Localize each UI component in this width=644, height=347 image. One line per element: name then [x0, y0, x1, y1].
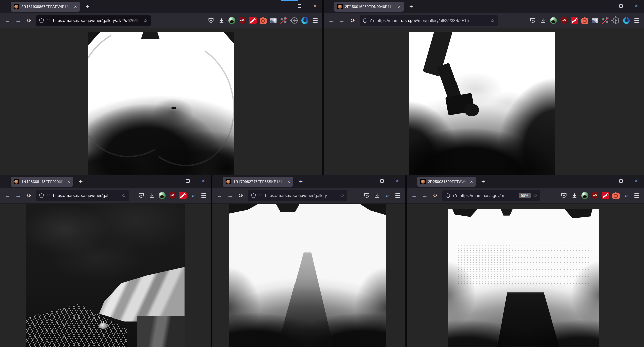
ublock-origin-icon[interactable]: uO [167, 191, 177, 201]
bookmark-star-icon[interactable]: ☆ [143, 18, 148, 24]
download-icon[interactable] [216, 16, 226, 26]
browser-tab[interactable]: 1R170982747EFF55SKP1314L0M1 ✕ [223, 177, 293, 187]
back-button[interactable]: ← [214, 190, 225, 201]
lock-icon[interactable] [46, 193, 51, 198]
close-button[interactable]: ✕ [196, 175, 211, 187]
tab-close-icon[interactable]: ✕ [67, 180, 70, 184]
back-button[interactable]: ← [326, 15, 336, 26]
maximize-button[interactable] [291, 0, 307, 12]
close-button[interactable]: ✕ [629, 175, 644, 187]
shield-icon[interactable] [39, 18, 44, 23]
maximize-button[interactable] [613, 175, 629, 187]
back-button[interactable]: ← [2, 15, 13, 26]
browser-tab[interactable]: 2R250031399EFFAWV4P1312L0M1 ✕ [417, 177, 476, 187]
maximize-button[interactable] [613, 0, 629, 12]
bookmark-star-icon[interactable]: ☆ [533, 193, 537, 199]
browser-tab[interactable]: 1N128368143EFF0200P1512R0M1 ✕ [11, 177, 73, 187]
url-bar[interactable]: https://mars.nasa.gov/mer/gallery ☆ [248, 190, 347, 201]
url-bar[interactable]: https://mars.nasa.gov/mer/gal ☆ [36, 190, 129, 201]
swirl-extension-icon[interactable] [300, 16, 310, 26]
bookmark-star-icon[interactable]: ☆ [490, 18, 495, 24]
pocket-icon[interactable] [206, 16, 216, 26]
menu-icon[interactable] [199, 191, 209, 201]
crosshair-extension-icon[interactable] [611, 16, 621, 26]
new-tab-button[interactable]: + [409, 3, 413, 10]
forward-button[interactable]: → [13, 190, 23, 201]
zoom-level-badge[interactable]: 90% [519, 193, 531, 198]
overflow-chevron-icon[interactable]: » [382, 191, 392, 201]
url-bar[interactable]: https://mars.nasa.gov/m 90% ☆ [442, 190, 540, 201]
minimize-button[interactable] [598, 175, 613, 187]
reload-button[interactable]: ⟳ [24, 15, 34, 26]
browser-tab[interactable]: 2R181938867EFFAEV4P1306R0M1 ✕ [11, 2, 80, 12]
camera-extension-icon[interactable] [258, 16, 268, 26]
pocket-icon[interactable] [136, 191, 146, 201]
maximize-button[interactable] [374, 175, 390, 187]
close-button[interactable]: ✕ [629, 0, 644, 12]
reload-button[interactable]: ⟳ [24, 190, 34, 201]
menu-icon[interactable] [393, 191, 403, 201]
frog-extension-icon[interactable] [580, 191, 590, 201]
tab-close-icon[interactable]: ✕ [287, 180, 290, 184]
minimize-button[interactable] [276, 0, 291, 12]
pocket-icon[interactable] [559, 191, 569, 201]
minimize-button[interactable] [359, 175, 374, 187]
disabled-extension-icon[interactable] [600, 16, 610, 26]
image-extension-icon[interactable] [590, 16, 600, 26]
reload-button[interactable]: ⟳ [430, 190, 441, 201]
forward-button[interactable]: → [420, 190, 430, 201]
url-bar[interactable]: https://mars.nasa.gov/mer/gallery/all/2/… [360, 15, 498, 26]
forward-button[interactable]: → [13, 15, 23, 26]
menu-icon[interactable] [310, 16, 320, 26]
maximize-button[interactable] [180, 175, 196, 187]
new-tab-button[interactable]: + [299, 178, 303, 185]
ublock-origin-icon[interactable]: uO [559, 16, 569, 26]
wand-extension-icon[interactable] [569, 16, 579, 26]
swirl-extension-icon[interactable] [621, 16, 631, 26]
shield-icon[interactable] [39, 193, 44, 198]
minimize-button[interactable] [165, 175, 180, 187]
frog-extension-icon[interactable] [548, 16, 558, 26]
lock-icon[interactable] [370, 18, 374, 23]
tab-close-icon[interactable]: ✕ [470, 180, 473, 184]
camera-extension-icon[interactable] [611, 191, 621, 201]
wand-extension-icon[interactable] [248, 16, 258, 26]
lock-icon[interactable] [46, 18, 51, 23]
back-button[interactable]: ← [409, 190, 419, 201]
lock-icon[interactable] [453, 193, 457, 198]
tab-close-icon[interactable]: ✕ [74, 5, 77, 9]
ublock-origin-icon[interactable]: uO [237, 16, 247, 26]
shield-icon[interactable] [445, 193, 450, 198]
menu-icon[interactable] [632, 191, 642, 201]
overflow-chevron-icon[interactable]: » [188, 191, 198, 201]
disabled-extension-icon[interactable] [279, 16, 289, 26]
forward-button[interactable]: → [225, 190, 235, 201]
crosshair-extension-icon[interactable] [289, 16, 299, 26]
new-tab-button[interactable]: + [79, 178, 83, 185]
browser-tab[interactable]: 2F156016950EDN9946P1141L0M1 ✕ [334, 2, 404, 12]
download-icon[interactable] [569, 191, 579, 201]
image-extension-icon[interactable] [268, 16, 278, 26]
download-icon[interactable] [147, 191, 157, 201]
minimize-button[interactable] [598, 0, 613, 12]
camera-extension-icon[interactable] [580, 16, 590, 26]
shield-icon[interactable] [363, 18, 368, 23]
bookmark-star-icon[interactable]: ☆ [122, 193, 126, 199]
url-bar[interactable]: https://mars.nasa.gov/mer/gallery/all/2/… [36, 15, 151, 26]
wand-extension-icon[interactable] [600, 191, 610, 201]
download-icon[interactable] [538, 16, 548, 26]
close-button[interactable]: ✕ [307, 0, 322, 12]
lock-icon[interactable] [258, 193, 263, 198]
menu-icon[interactable] [632, 16, 642, 26]
overflow-chevron-icon[interactable]: » [621, 191, 631, 201]
reload-button[interactable]: ⟳ [347, 15, 358, 26]
pocket-icon[interactable] [362, 191, 372, 201]
ublock-origin-icon[interactable]: uO [590, 191, 600, 201]
close-button[interactable]: ✕ [390, 175, 405, 187]
frog-extension-icon[interactable] [157, 191, 167, 201]
back-button[interactable]: ← [2, 190, 13, 201]
reload-button[interactable]: ⟳ [236, 190, 246, 201]
download-icon[interactable] [372, 191, 382, 201]
frog-extension-icon[interactable] [227, 16, 237, 26]
new-tab-button[interactable]: + [86, 3, 89, 10]
